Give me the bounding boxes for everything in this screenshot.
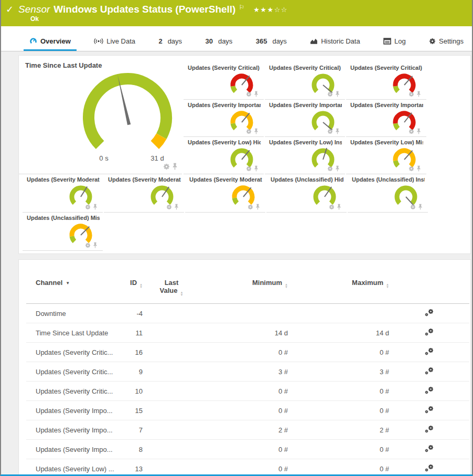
gauge-tile-updates-severity-important[interactable]: Updates (Severity Important) ... [184, 100, 264, 137]
gauge-tile-updates-severity-moderate-i[interactable]: Updates (Severity Moderate) I... [104, 174, 184, 213]
channel-settings-button[interactable] [425, 309, 434, 316]
pin-icon[interactable] [254, 165, 259, 172]
gear-icon[interactable] [166, 204, 172, 210]
table-row: Updates (Severity Impo...150 #0 # [26, 401, 469, 420]
pin-icon[interactable] [335, 128, 340, 134]
channel-settings-button[interactable] [425, 445, 434, 452]
channel-cell[interactable]: Updates (Severity Low) ... [26, 459, 126, 475]
tile-icons [246, 128, 259, 134]
tab-log[interactable]: Log [381, 31, 408, 51]
channel-cell[interactable]: Updates (Severity Impo... [26, 401, 126, 420]
pin-icon [174, 204, 179, 210]
last-value-cell [143, 362, 200, 382]
gauge-tile-updates-unclassified-missing[interactable]: Updates (Unclassified) Missing [23, 213, 103, 251]
gear-icon[interactable] [85, 242, 91, 248]
channel-cell[interactable]: Updates (Severity Critic... [26, 382, 126, 401]
pin-icon[interactable] [335, 91, 340, 97]
channel-cell[interactable]: Updates (Severity Critic... [26, 362, 126, 382]
gear-icon[interactable] [327, 91, 333, 97]
pin-icon[interactable] [255, 204, 260, 210]
tile-icons [246, 91, 259, 97]
gear-icon [425, 390, 428, 394]
gear-icon[interactable] [329, 204, 335, 210]
pin-icon [254, 91, 259, 97]
gauge-tile-updates-severity-critical-mi[interactable]: Updates (Severity Critical) Mi... [346, 62, 426, 100]
pin-icon[interactable] [93, 204, 98, 210]
channel-settings-button[interactable] [425, 406, 434, 414]
channel-cell[interactable]: Downtime [26, 304, 126, 323]
main-gauge-tile[interactable]: Time Since Last Update 0 s 31 d [19, 56, 182, 174]
gear-icon [246, 166, 252, 172]
gear-icon[interactable] [246, 91, 252, 97]
gauge-tile-updates-severity-important[interactable]: Updates (Severity Important) ... [265, 100, 345, 137]
pin-icon [93, 204, 98, 210]
pin-icon[interactable] [254, 128, 259, 134]
gear-icon[interactable] [85, 204, 91, 210]
gear-icon[interactable] [408, 91, 414, 97]
tab-historic-data[interactable]: Historic Data [308, 31, 362, 51]
gauge-tile-updates-severity-low-install[interactable]: Updates (Severity Low) Install... [265, 137, 345, 174]
sort-arrows-icon[interactable]: ▲▼ [285, 283, 288, 289]
star-rating[interactable]: ★★★☆☆ [253, 6, 288, 14]
tab-live-data[interactable]: Live Data [92, 31, 137, 51]
gauge-tile-updates-severity-moderate[interactable]: Updates (Severity Moderate) ... [23, 174, 103, 213]
pin-icon[interactable] [93, 242, 98, 248]
tab-settings[interactable]: Settings [427, 31, 466, 51]
channel-settings-button[interactable] [425, 464, 434, 472]
channel-settings-button[interactable] [425, 347, 434, 355]
tab-365-days[interactable]: 365days [254, 31, 289, 51]
gear-icon[interactable] [246, 129, 252, 134]
gauge-tile-updates-severity-low-missi[interactable]: Updates (Severity Low) Missi... [346, 137, 426, 174]
channel-settings-button[interactable] [425, 328, 434, 336]
gauge-tile-updates-severity-important[interactable]: Updates (Severity Important) ... [346, 100, 426, 137]
gauge-tile-updates-severity-critical-ins[interactable]: Updates (Severity Critical) Ins... [265, 62, 345, 100]
flag-icon[interactable]: ⚐ [239, 4, 244, 10]
sort-arrows-icon[interactable]: ▲▼ [180, 291, 184, 297]
pin-icon[interactable] [254, 91, 259, 97]
column-header-last-value[interactable]: LastValue▲▼ [143, 260, 200, 304]
sort-desc-icon[interactable]: ▼ [66, 281, 70, 285]
tile-icons [410, 204, 423, 210]
column-header-id[interactable]: ID▲▼ [126, 260, 143, 304]
pin-icon[interactable] [416, 165, 421, 172]
sort-arrows-icon[interactable]: ▲▼ [139, 283, 143, 289]
column-header-minimum[interactable]: Minimum▲▼ [200, 260, 288, 304]
pin-icon[interactable] [337, 204, 341, 210]
gear-icon[interactable] [163, 163, 170, 170]
gear-icon [329, 204, 335, 210]
pin-icon[interactable] [172, 163, 178, 170]
log-icon [383, 38, 391, 45]
gear-icon[interactable] [408, 129, 414, 134]
pin-icon[interactable] [174, 204, 179, 210]
gauge-tile-updates-unclassified-hidden[interactable]: Updates (Unclassified) Hidden [266, 174, 347, 213]
pin-icon[interactable] [335, 165, 340, 172]
sort-arrows-icon[interactable]: ▲▼ [386, 283, 389, 289]
column-header-maximum[interactable]: Maximum▲▼ [288, 260, 389, 304]
channel-cell[interactable]: Updates (Severity Impo... [26, 420, 126, 440]
gauge-tile-updates-severity-low-hidden[interactable]: Updates (Severity Low) Hidden [184, 137, 264, 174]
channel-settings-button[interactable] [425, 367, 434, 375]
gear-icon[interactable] [246, 166, 252, 172]
gauge-tile-updates-severity-critical-hi[interactable]: Updates (Severity Critical) Hi... [184, 62, 264, 100]
channel-cell[interactable]: Time Since Last Update [26, 323, 126, 343]
pin-icon[interactable] [416, 91, 421, 97]
gear-icon[interactable] [248, 204, 253, 210]
last-value-cell [143, 343, 200, 362]
channel-settings-button[interactable] [425, 386, 434, 394]
table-row: Downtime-4 [26, 304, 469, 323]
pin-icon[interactable] [416, 128, 421, 134]
tab-30-days[interactable]: 30days [203, 31, 234, 51]
tab-overview[interactable]: Overview [27, 31, 73, 51]
channel-cell[interactable]: Updates (Severity Critic... [26, 343, 126, 362]
column-header-channel[interactable]: Channel▼ [26, 260, 126, 304]
tab-2-days[interactable]: 2days [156, 31, 184, 51]
channel-settings-button[interactable] [425, 425, 434, 433]
gauge-tile-updates-unclassified-install[interactable]: Updates (Unclassified) Install... [348, 174, 428, 213]
gauge-tile-updates-severity-moderate[interactable]: Updates (Severity Moderate) ... [185, 174, 265, 213]
gear-icon[interactable] [327, 166, 333, 172]
gear-icon[interactable] [408, 166, 414, 172]
pin-icon[interactable] [418, 204, 423, 210]
channel-cell[interactable]: Updates (Severity Impo... [26, 440, 126, 459]
gear-icon[interactable] [410, 204, 416, 210]
gear-icon[interactable] [327, 129, 333, 134]
